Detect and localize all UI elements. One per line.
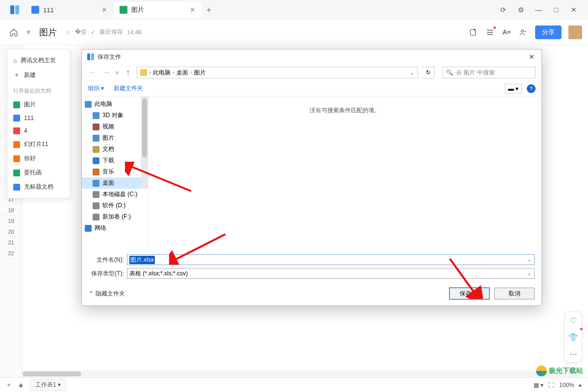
tree-node-picture[interactable]: 图片 (82, 132, 148, 144)
heart-icon[interactable]: ♡ (565, 312, 582, 329)
toolbar: ▾ 图片 ☆ �並 ✓ 最近保存 14:48 A≡ 分享 (0, 20, 588, 45)
tree-label: 此电脑 (95, 100, 112, 108)
file-pane[interactable]: 没有与搜索条件匹配的项。 (148, 97, 541, 250)
row-header[interactable]: 22 (0, 248, 22, 259)
gear-icon[interactable]: ⚙ (516, 6, 525, 14)
text-style-icon[interactable]: A≡ (502, 27, 512, 37)
home-button[interactable] (6, 24, 22, 40)
tab-picture[interactable]: 图片 ✕ (114, 2, 202, 18)
avatar[interactable] (568, 25, 582, 39)
star-icon[interactable]: ☆ (66, 29, 71, 36)
tree-node-drive[interactable]: 本地磁盘 (C:) (82, 189, 148, 200)
add-sheet-button[interactable]: ＋ (6, 381, 12, 389)
tab-label: 图片 (131, 5, 144, 14)
crumb[interactable]: 图片 (194, 69, 206, 77)
organize-button[interactable]: 组织 ▾ (88, 84, 104, 93)
3d-icon (93, 112, 99, 119)
view-mode-button[interactable]: ▬ ▾ (505, 84, 522, 94)
more-icon[interactable]: ⋯ (565, 345, 582, 362)
grid-view-icon[interactable]: ▦ ▾ (534, 382, 543, 389)
recent-item[interactable]: 委托函 (7, 166, 70, 180)
list-icon[interactable] (485, 27, 495, 37)
filename-label: 文件名(N): (89, 256, 124, 264)
hide-folders-button[interactable]: ⌃ 隐藏文件夹 (89, 290, 125, 298)
v-scrollbar[interactable] (141, 97, 148, 189)
refresh-button[interactable]: ↻ (422, 67, 435, 78)
check-icon: ✓ (91, 29, 96, 36)
tree-node-3d[interactable]: 3D 对象 (82, 110, 148, 121)
tree-node-doc[interactable]: 文档 (82, 144, 148, 155)
filetype-select[interactable]: 表格 (*.xlsx;*.xls;*.csv) ⌄ (127, 268, 535, 279)
close-icon[interactable]: ✕ (101, 6, 108, 13)
zoom-value[interactable]: 100% (559, 382, 574, 389)
chevron-down-icon[interactable]: ⌄ (525, 270, 533, 277)
scrollbar-thumb[interactable] (142, 98, 147, 157)
tree-node-desktop[interactable]: 桌面 (82, 177, 148, 189)
folder-tree: 此电脑3D 对象视频图片文档下载音乐桌面本地磁盘 (C:)软件 (D:)新加卷 … (82, 97, 148, 250)
scrollbar-thumb[interactable] (23, 371, 81, 376)
tab-111[interactable]: 111 ✕ (25, 2, 114, 18)
cancel-button[interactable]: 取消 (494, 288, 535, 299)
row-header[interactable]: 21 (0, 237, 22, 248)
fullscreen-icon[interactable]: ⛶ (548, 382, 554, 389)
chevron-up-icon: ⌃ (89, 290, 94, 297)
sheet-tab[interactable]: 工作表1 ▾ (30, 379, 66, 391)
tree-node-network[interactable]: 网络 (82, 222, 148, 234)
back-icon[interactable]: ← (88, 68, 98, 77)
crumb[interactable]: 此电脑 (153, 69, 171, 77)
close-icon[interactable]: ✕ (527, 53, 537, 61)
help-icon[interactable]: ? (527, 84, 536, 93)
minimize-icon[interactable]: ― (534, 6, 543, 14)
dialog-nav: ← → ▾ ↑ ›此电脑 ›桌面 ›图片 ⌄ ↻ 🔍 在 图片 中搜索 (82, 64, 541, 81)
recent-item[interactable]: 图片 (7, 98, 70, 112)
sheet-tab-label: 工作表1 (35, 381, 56, 388)
recent-item[interactable]: 你好 (7, 151, 70, 166)
search-input[interactable]: 🔍 在 图片 中搜索 (442, 67, 536, 78)
chevron-down-icon[interactable]: ⌄ (525, 256, 533, 264)
maximize-icon[interactable]: □ (552, 6, 561, 14)
chevron-right-icon[interactable]: ▸ (579, 382, 582, 389)
recent-item[interactable]: 111 (7, 112, 70, 124)
tree-node-music[interactable]: 音乐 (82, 166, 148, 177)
music-icon (93, 169, 99, 175)
dialog-footer: ⌃ 隐藏文件夹 保存(S) 取消 (82, 284, 541, 305)
filename-input[interactable]: 图片.xlsx ⌄ (127, 254, 535, 265)
sheets-icon[interactable]: ◈ (19, 382, 23, 389)
export-icon[interactable]: �並 (75, 28, 87, 36)
home-link[interactable]: ⌂ 腾讯文档主页 (7, 53, 70, 68)
up-icon[interactable]: ↑ (123, 68, 133, 77)
dialog-titlebar: 保存文件 ✕ (82, 49, 541, 64)
tree-node-drive[interactable]: 新加卷 (F:) (82, 211, 148, 222)
tree-node-pc[interactable]: 此电脑 (82, 98, 148, 110)
recent-item[interactable]: 4 (7, 124, 70, 137)
share-button[interactable]: 分享 (535, 25, 562, 39)
close-icon[interactable]: ✕ (569, 6, 578, 14)
collaborators-icon[interactable] (518, 27, 528, 37)
hide-folders-label: 隐藏文件夹 (96, 290, 125, 298)
tree-node-drive[interactable]: 软件 (D:) (82, 200, 148, 211)
new-doc-button[interactable]: ＋ 新建 (7, 68, 70, 82)
tree-node-download[interactable]: 下载 (82, 155, 148, 166)
breadcrumb[interactable]: ›此电脑 ›桌面 ›图片 ⌄ (137, 67, 418, 78)
new-folder-button[interactable]: 新建文件夹 (114, 84, 143, 93)
sync-icon[interactable]: ⟳ (499, 6, 508, 14)
shirt-icon[interactable]: 👕 (565, 329, 582, 345)
doc-icon (93, 146, 99, 153)
filetype-value: 表格 (*.xlsx;*.xls;*.csv) (129, 270, 188, 278)
recent-item[interactable]: 幻灯片11 (7, 137, 70, 151)
close-icon[interactable]: ✕ (189, 6, 196, 13)
edit-icon[interactable] (468, 27, 478, 37)
watermark-logo (536, 366, 547, 376)
row-header[interactable]: 19 (0, 216, 22, 226)
save-button[interactable]: 保存(S) (449, 288, 490, 299)
new-tab-button[interactable]: ＋ (202, 3, 216, 17)
crumb[interactable]: 桌面 (176, 69, 188, 77)
tree-label: 3D 对象 (102, 111, 123, 120)
tree-node-video[interactable]: 视频 (82, 121, 148, 132)
row-header[interactable]: 20 (0, 226, 22, 237)
recent-item[interactable]: 无标题文档 (7, 180, 70, 194)
forward-icon[interactable]: → (101, 68, 111, 77)
tree-label: 新加卷 (F:) (102, 213, 131, 221)
row-header[interactable]: 18 (0, 205, 22, 216)
h-scrollbar[interactable] (23, 370, 579, 377)
